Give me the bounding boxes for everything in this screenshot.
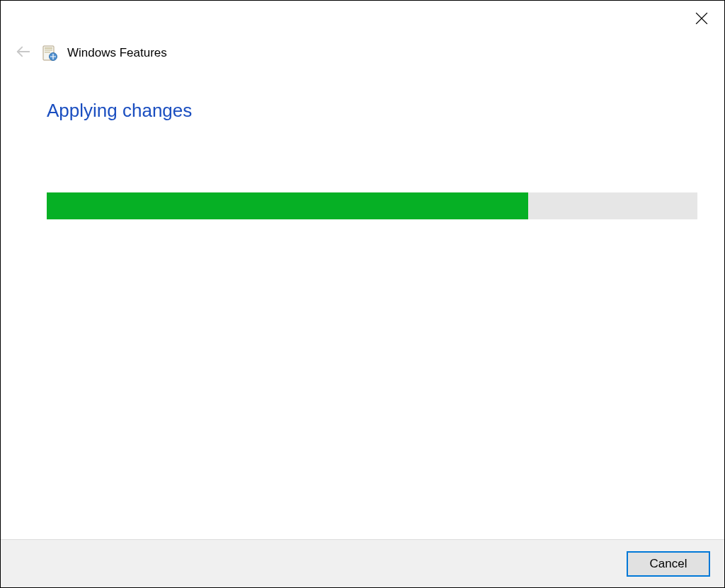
- svg-rect-5: [45, 50, 52, 51]
- close-icon: [695, 12, 708, 28]
- svg-rect-4: [45, 47, 52, 49]
- dialog-footer: Cancel: [1, 539, 724, 587]
- dialog-title: Windows Features: [67, 46, 167, 60]
- svg-rect-6: [45, 52, 50, 53]
- windows-features-icon: [42, 45, 57, 61]
- back-button: [15, 45, 32, 62]
- arrow-left-icon: [16, 44, 31, 62]
- dialog-header: Windows Features: [15, 45, 167, 62]
- progress-fill: [47, 192, 528, 219]
- close-button[interactable]: [693, 11, 710, 28]
- progress-bar: [47, 192, 697, 219]
- status-heading: Applying changes: [47, 100, 697, 122]
- dialog-content: Applying changes: [47, 100, 697, 219]
- cancel-button[interactable]: Cancel: [627, 551, 710, 577]
